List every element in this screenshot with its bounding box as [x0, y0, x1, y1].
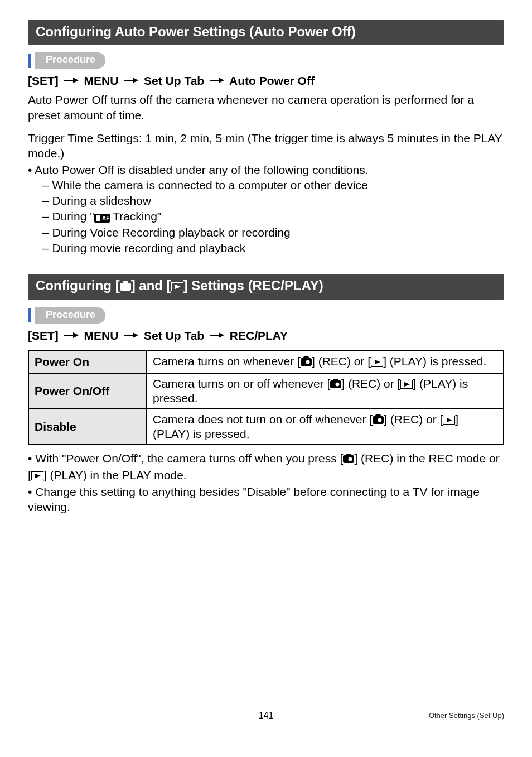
table-cell: Camera turns on whenever [] (REC) or [] …	[147, 351, 504, 373]
arrow-right-icon	[210, 72, 224, 88]
rec-icon	[120, 279, 131, 295]
rec-icon	[330, 378, 341, 392]
play-icon	[371, 356, 383, 369]
play-icon	[171, 279, 183, 295]
text-fragment: Camera does not turn on or off whenever …	[153, 413, 373, 426]
table-row: Disable Camera does not turn on or off w…	[28, 409, 504, 445]
sub-bullet-list: While the camera is connected to a compu…	[28, 177, 504, 256]
path-step: [SET]	[28, 74, 59, 87]
table-row: Power On/Off Camera turns on or off when…	[28, 373, 504, 409]
paragraph: Auto Power Off turns off the camera when…	[28, 92, 504, 123]
rec-icon	[373, 414, 384, 427]
list-text: Auto Power Off is disabled under any of …	[35, 163, 368, 176]
notes-list: With "Power On/Off", the camera turns of…	[28, 451, 504, 515]
menu-path-auto-power-off: [SET] MENU Set Up Tab Auto Power Off	[28, 73, 504, 89]
list-item: During a slideshow	[42, 193, 504, 209]
play-icon	[443, 414, 455, 427]
tracking-af-icon	[94, 210, 110, 225]
text-fragment: With "Power On/Off", the camera turns of…	[35, 452, 343, 465]
path-step: Set Up Tab	[144, 74, 204, 87]
table-cell: Camera turns on or off whenever [] (REC)…	[147, 373, 504, 409]
list-item: During movie recording and playback	[42, 240, 504, 256]
table-header-cell: Power On/Off	[28, 373, 147, 409]
table-header-cell: Disable	[28, 409, 147, 445]
path-step: Set Up Tab	[144, 329, 204, 342]
play-icon	[31, 469, 43, 484]
paragraph: Trigger Time Settings: 1 min, 2 min, 5 m…	[28, 131, 504, 161]
text-fragment: Tracking"	[110, 210, 162, 223]
procedure-label: Procedure	[35, 52, 105, 69]
procedure-header: Procedure	[28, 52, 504, 69]
text-fragment: ] (REC) or [	[312, 355, 371, 368]
options-table: Power On Camera turns on whenever [] (RE…	[28, 350, 504, 445]
page: Configuring Auto Power Settings (Auto Po…	[0, 0, 532, 736]
menu-path-rec-play: [SET] MENU Set Up Tab REC/PLAY	[28, 328, 504, 344]
text-fragment: Configuring [	[36, 278, 120, 293]
rec-icon	[301, 356, 312, 369]
text-fragment: Camera turns on whenever [	[153, 355, 301, 368]
procedure-header: Procedure	[28, 307, 504, 324]
list-item: During " Tracking"	[42, 209, 504, 225]
section-heading-auto-power-off: Configuring Auto Power Settings (Auto Po…	[28, 20, 504, 45]
procedure-tick	[28, 54, 31, 68]
path-step: [SET]	[28, 329, 59, 342]
arrow-right-icon	[124, 72, 138, 88]
path-step: REC/PLAY	[230, 329, 288, 342]
rec-icon	[343, 452, 354, 467]
text-fragment: ] (REC) or [	[384, 413, 443, 426]
arrow-right-icon	[124, 327, 138, 343]
path-step: Auto Power Off	[229, 74, 315, 87]
text-fragment: ] Settings (REC/PLAY)	[183, 278, 323, 293]
table-row: Power On Camera turns on whenever [] (RE…	[28, 351, 504, 373]
bullet-list: Auto Power Off is disabled under any of …	[28, 162, 504, 256]
path-step: MENU	[84, 329, 119, 342]
text-fragment: ] (PLAY) is pressed.	[383, 355, 486, 368]
play-icon	[400, 378, 413, 392]
list-item: During Voice Recording playback or recor…	[42, 225, 504, 240]
arrow-right-icon	[210, 327, 224, 343]
procedure-chevron-icon	[35, 54, 42, 68]
text-fragment: ] (PLAY) in the PLAY mode.	[43, 469, 187, 481]
list-item: Change this setting to anything besides …	[28, 484, 504, 515]
table-cell: Camera does not turn on or off whenever …	[147, 409, 504, 445]
list-item: While the camera is connected to a compu…	[42, 177, 504, 193]
text-fragment: ] (REC) or [	[341, 377, 400, 390]
procedure-label: Procedure	[35, 307, 105, 324]
section-heading-rec-play: Configuring [] and [] Settings (REC/PLAY…	[28, 274, 504, 300]
text-fragment: Camera turns on or off whenever [	[153, 377, 330, 390]
text-fragment: ] and [	[131, 278, 171, 293]
arrow-right-icon	[64, 72, 79, 88]
list-item: Auto Power Off is disabled under any of …	[28, 162, 504, 256]
footer-section-label: Other Settings (Set Up)	[429, 711, 504, 720]
path-step: MENU	[84, 74, 119, 87]
list-item: With "Power On/Off", the camera turns of…	[28, 451, 504, 484]
arrow-right-icon	[64, 327, 79, 343]
procedure-chevron-icon	[35, 308, 42, 322]
footer-rule	[28, 707, 504, 707]
text-fragment: During "	[52, 210, 94, 223]
procedure-tick	[28, 308, 31, 322]
table-header-cell: Power On	[28, 351, 147, 373]
